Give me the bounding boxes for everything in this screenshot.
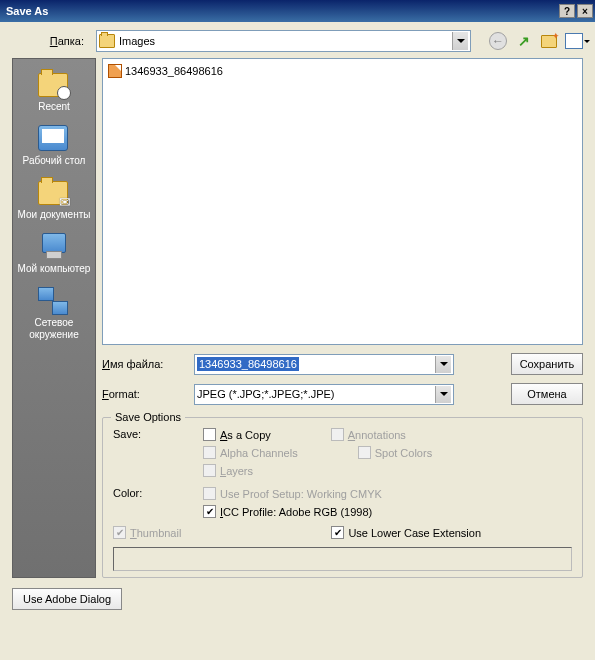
status-area — [113, 547, 572, 571]
back-icon[interactable]: ← — [489, 32, 507, 50]
checkbox-icon: ✔ — [331, 526, 344, 539]
annotations-checkbox: Annotations — [331, 428, 406, 441]
folder-label: Папка: — [12, 35, 90, 47]
chevron-down-icon[interactable] — [435, 386, 451, 403]
save-label: Save: — [113, 428, 203, 477]
window-title: Save As — [2, 5, 559, 17]
proof-setup-checkbox: Use Proof Setup: Working CMYK — [203, 487, 572, 500]
checkbox-icon — [331, 428, 344, 441]
file-icon — [108, 64, 122, 78]
filename-value: 1346933_86498616 — [197, 357, 299, 371]
place-documents[interactable]: Мои документы — [13, 173, 95, 225]
color-label: Color: — [113, 487, 203, 518]
checkbox-icon — [358, 446, 371, 459]
icc-profile-checkbox[interactable]: ✔ ICC Profile: Adobe RGB (1998) — [203, 505, 572, 518]
close-button[interactable]: × — [577, 4, 593, 18]
checkbox-icon — [203, 487, 216, 500]
lowercase-ext-checkbox[interactable]: ✔ Use Lower Case Extension — [331, 526, 481, 539]
folder-value: Images — [119, 35, 155, 47]
cancel-button[interactable]: Отмена — [511, 383, 583, 405]
help-button[interactable]: ? — [559, 4, 575, 18]
views-icon[interactable] — [565, 33, 583, 49]
titlebar: Save As ? × — [0, 0, 595, 22]
checkbox-icon — [203, 428, 216, 441]
new-folder-icon[interactable] — [541, 35, 557, 48]
file-name: 1346933_86498616 — [125, 65, 223, 77]
network-icon — [38, 287, 68, 315]
chevron-down-icon[interactable] — [452, 32, 468, 50]
format-value: JPEG (*.JPG;*.JPEG;*.JPE) — [197, 388, 335, 400]
checkbox-icon: ✔ — [203, 505, 216, 518]
checkbox-icon — [203, 446, 216, 459]
save-options-group: Save Options Save: As a Copy Annotations — [102, 417, 583, 578]
checkbox-icon: ✔ — [113, 526, 126, 539]
file-list[interactable]: 1346933_86498616 — [102, 58, 583, 345]
checkbox-icon — [203, 464, 216, 477]
spot-colors-checkbox: Spot Colors — [358, 446, 432, 459]
places-bar: Recent Рабочий стол Мои документы Мой ко… — [12, 58, 96, 578]
use-adobe-dialog-button[interactable]: Use Adobe Dialog — [12, 588, 122, 610]
folder-combobox[interactable]: Images — [96, 30, 471, 52]
format-label: Format: — [102, 388, 186, 400]
desktop-icon — [38, 125, 68, 151]
up-folder-icon[interactable] — [515, 32, 533, 50]
place-recent[interactable]: Recent — [13, 65, 95, 117]
format-combobox[interactable]: JPEG (*.JPG;*.JPEG;*.JPE) — [194, 384, 454, 405]
folder-clock-icon — [38, 73, 68, 97]
save-options-legend: Save Options — [111, 411, 185, 423]
thumbnail-checkbox: ✔ Thumbnail — [113, 526, 181, 539]
place-desktop[interactable]: Рабочий стол — [13, 119, 95, 171]
folder-icon — [99, 34, 115, 48]
computer-icon — [38, 233, 68, 259]
filename-combobox[interactable]: 1346933_86498616 — [194, 354, 454, 375]
alpha-channels-checkbox: Alpha Channels — [203, 446, 298, 459]
place-computer[interactable]: Мой компьютер — [13, 227, 95, 279]
place-network[interactable]: Сетевое окружение — [13, 281, 95, 345]
layers-checkbox: Layers — [203, 464, 572, 477]
filename-label: Имя файла: — [102, 358, 186, 370]
as-a-copy-checkbox[interactable]: As a Copy — [203, 428, 271, 441]
list-item[interactable]: 1346933_86498616 — [107, 63, 578, 79]
documents-icon — [38, 181, 68, 205]
chevron-down-icon[interactable] — [435, 356, 451, 373]
save-button[interactable]: Сохранить — [511, 353, 583, 375]
